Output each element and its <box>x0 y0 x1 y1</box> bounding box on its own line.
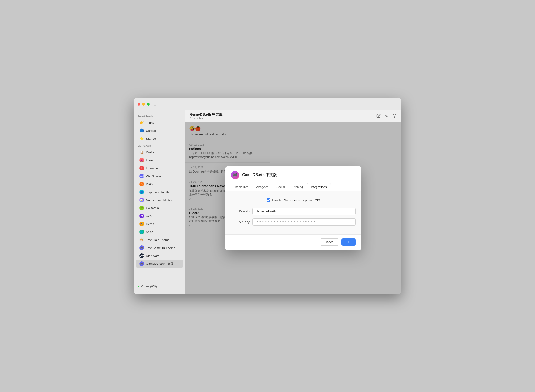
sidebar-item-drafts[interactable]: 📋 Drafts <box>136 148 183 156</box>
california-label: California <box>146 206 159 210</box>
online-indicator <box>137 285 139 287</box>
crypto-label: crypto.olivida.eth <box>146 190 169 194</box>
sidebar-item-testgame[interactable]: 🎮 Test GameDB Theme <box>136 244 183 252</box>
header-actions <box>376 114 397 119</box>
my-planets-label: My Planets <box>134 143 185 148</box>
drafts-avatar: 📋 <box>139 150 144 154</box>
starwars-avatar: SW <box>139 253 144 258</box>
dao-label: DAO <box>146 182 152 186</box>
api-key-row: API Key <box>231 218 356 225</box>
content-area: 🤪🍎 Those are not real, actually. Oct 12,… <box>185 122 401 294</box>
sidebar-item-ideas[interactable]: 🌺 Ideas <box>136 156 183 164</box>
domain-input[interactable] <box>252 208 356 215</box>
checkbox-row: Enable dWebServices.xyz for IPNS <box>231 198 356 202</box>
starred-label: Starred <box>146 137 156 140</box>
maximize-button[interactable] <box>147 103 150 106</box>
demo-avatar: 🎭 <box>139 222 144 226</box>
notes-label: Notes about Matters <box>146 198 173 202</box>
sidebar-item-demo[interactable]: 🎭 Demo <box>136 220 183 228</box>
api-key-input[interactable] <box>252 218 356 225</box>
enable-dwebservices-checkbox[interactable] <box>267 198 270 202</box>
web3-label: web3 <box>146 214 153 218</box>
sidebar-item-testplain[interactable]: 🎨 Test Plain Theme <box>136 236 183 244</box>
testplain-label: Test Plain Theme <box>146 238 169 242</box>
testgame-label: Test GameDB Theme <box>146 246 175 250</box>
ideas-avatar: 🌺 <box>139 158 144 163</box>
sidebar-item-gamedb[interactable]: 🎮 GameDB.eth 中文版 <box>136 260 183 267</box>
gamedb-avatar: 🎮 <box>139 261 144 266</box>
starwars-label: Star Wars <box>146 254 159 258</box>
sidebar-item-notes[interactable]: 📝 Notes about Matters <box>136 196 183 204</box>
example-label: Example <box>146 167 158 170</box>
modal-planet-icon: 🎮 <box>231 171 239 179</box>
today-icon: ☀️ <box>139 120 144 125</box>
sidebar-item-unread[interactable]: 🔵 Unread <box>136 127 183 134</box>
example-avatar: E <box>139 166 144 170</box>
sidebar-item-example[interactable]: E Example <box>136 164 183 172</box>
sidebar-item-bitcc[interactable]: 🌐 bit.cc <box>136 228 183 236</box>
tab-pinning[interactable]: Pinning <box>289 183 307 191</box>
sidebar-item-web3jobs[interactable]: WJ Web3 Jobs <box>136 172 183 180</box>
modal-body: Enable dWebServices.xyz for IPNS Domain … <box>225 191 361 234</box>
crypto-avatar: 🔵 <box>139 190 144 194</box>
domain-label: Domain <box>231 210 250 213</box>
tab-basic-info[interactable]: Basic Info <box>231 183 252 191</box>
content-header: GameDB.eth 中文版 10 articles <box>185 110 401 122</box>
main-content: GameDB.eth 中文版 10 articles <box>185 110 401 294</box>
ok-button[interactable]: OK <box>341 238 356 246</box>
sidebar-toggle-icon[interactable]: ⊞ <box>153 102 156 106</box>
sidebar-item-california[interactable]: 🌴 California <box>136 204 183 212</box>
california-avatar: 🌴 <box>139 206 144 210</box>
sidebar-item-dao[interactable]: D DAO <box>136 180 183 188</box>
app-window: ⊞ Smart Feeds ☀️ Today 🔵 Unread ⭐ Starre… <box>134 98 401 294</box>
bitcc-label: bit.cc <box>146 230 153 234</box>
traffic-lights <box>137 103 150 106</box>
sidebar-footer: Online (669) + <box>134 282 185 291</box>
modal-overlay[interactable]: 🎮 GameDB.eth 中文版 Basic Info Analytics So… <box>185 122 401 294</box>
modal-dialog: 🎮 GameDB.eth 中文版 Basic Info Analytics So… <box>225 166 361 250</box>
unread-icon: 🔵 <box>139 128 144 133</box>
enable-dwebservices-label: Enable dWebServices.xyz for IPNS <box>272 198 320 202</box>
tab-social[interactable]: Social <box>272 183 289 191</box>
unread-label: Unread <box>146 129 156 132</box>
minimize-button[interactable] <box>142 103 145 106</box>
add-feed-button[interactable]: + <box>179 284 181 289</box>
app-body: Smart Feeds ☀️ Today 🔵 Unread ⭐ Starred … <box>134 110 401 294</box>
modal-header: 🎮 GameDB.eth 中文版 <box>225 166 361 179</box>
content-subtitle: 10 articles <box>190 117 223 120</box>
content-title: GameDB.eth 中文版 <box>190 112 223 117</box>
info-icon[interactable] <box>392 114 397 119</box>
sidebar-item-starred[interactable]: ⭐ Starred <box>136 135 183 142</box>
analytics-icon[interactable] <box>384 114 388 119</box>
testplain-avatar: 🎨 <box>139 238 144 242</box>
starred-icon: ⭐ <box>139 136 144 141</box>
gamedb-label: GameDB.eth 中文版 <box>146 262 174 266</box>
domain-row: Domain <box>231 208 356 215</box>
compose-icon[interactable] <box>376 114 381 119</box>
sidebar-item-today[interactable]: ☀️ Today <box>136 119 183 126</box>
sidebar-item-starwars[interactable]: SW Star Wars <box>136 252 183 260</box>
title-bar: ⊞ <box>134 98 401 110</box>
sidebar-item-crypto[interactable]: 🔵 crypto.olivida.eth <box>136 188 183 196</box>
web3jobs-label: Web3 Jobs <box>146 174 161 178</box>
close-button[interactable] <box>137 103 140 106</box>
header-title-group: GameDB.eth 中文版 10 articles <box>190 112 223 120</box>
modal-footer: Cancel OK <box>225 234 361 250</box>
notes-avatar: 📝 <box>139 198 144 202</box>
ideas-label: Ideas <box>146 159 153 162</box>
modal-tabs: Basic Info Analytics Social Pinning Inte… <box>225 179 361 191</box>
bitcc-avatar: 🌐 <box>139 229 144 234</box>
sidebar: Smart Feeds ☀️ Today 🔵 Unread ⭐ Starred … <box>134 110 185 294</box>
dao-avatar: D <box>139 182 144 186</box>
smart-feeds-label: Smart Feeds <box>134 113 185 119</box>
modal-title: GameDB.eth 中文版 <box>242 173 277 177</box>
online-label: Online (669) <box>141 285 177 288</box>
web3-avatar: W <box>139 214 144 218</box>
sidebar-item-web3[interactable]: W web3 <box>136 212 183 220</box>
tab-integrations[interactable]: Integrations <box>307 183 331 191</box>
api-key-label: API Key <box>231 220 250 224</box>
cancel-button[interactable]: Cancel <box>320 238 339 246</box>
tab-analytics[interactable]: Analytics <box>252 183 272 191</box>
testgame-avatar: 🎮 <box>139 245 144 250</box>
drafts-label: Drafts <box>146 150 154 154</box>
